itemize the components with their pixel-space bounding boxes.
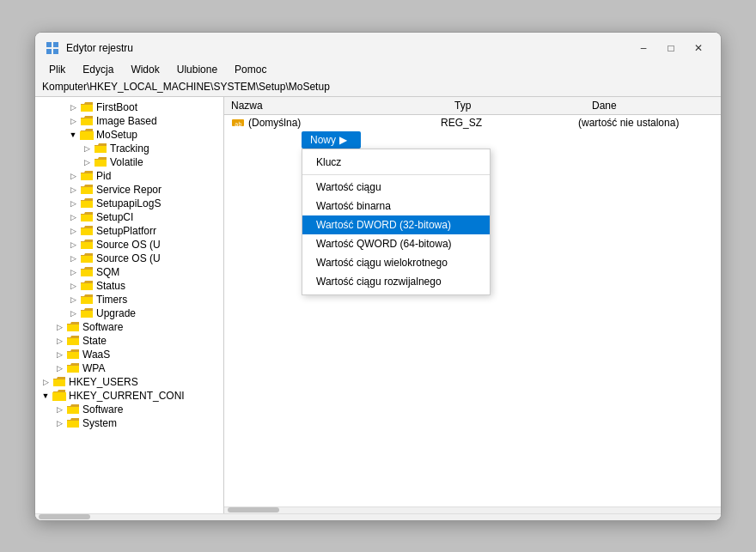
horizontal-scrollbar[interactable] [224, 507, 721, 513]
ctx-label-wartosc-ciagu: Wartość ciągu [316, 181, 381, 193]
sidebar-label-setupapilogs: SetupapiLogS [96, 197, 161, 209]
svg-rect-0 [46, 42, 52, 47]
ctx-item-wartosc-dword[interactable]: Wartość DWORD (32-bitowa) [302, 215, 490, 234]
expand-arrow: ▷ [80, 158, 94, 167]
sidebar-item-servicerepor[interactable]: ▷ Service Repor [35, 183, 223, 197]
ctx-item-klucz[interactable]: Klucz [302, 153, 490, 172]
bottom-scrollbar-thumb[interactable] [39, 514, 90, 519]
sidebar-label-timers: Timers [96, 294, 127, 306]
sidebar-item-imagebased[interactable]: ▷ Image Based [35, 114, 223, 128]
menu-item-pomoc[interactable]: Pomoc [228, 62, 273, 77]
expand-arrow: ▷ [66, 185, 80, 194]
new-button[interactable]: Nowy ▶ [302, 131, 361, 149]
sidebar-item-sourceos2[interactable]: ▷ Source OS (U [35, 252, 223, 265]
sidebar-item-state[interactable]: ▷ State [35, 334, 223, 348]
sidebar-item-hkcurrent-software[interactable]: ▷ Software [35, 403, 223, 416]
expand-arrow: ▷ [66, 268, 80, 276]
folder-icon [80, 294, 94, 306]
folder-icon [66, 349, 80, 361]
folder-icon [66, 417, 80, 429]
expand-arrow: ▷ [66, 227, 80, 235]
folder-icon [66, 335, 80, 347]
sidebar-item-software[interactable]: ▷ Software [35, 320, 223, 334]
folder-icon [80, 280, 94, 292]
ctx-item-wartosc-ciagu-wiel[interactable]: Wartość ciągu wielokrotnego [302, 253, 490, 272]
sidebar-item-firstboot[interactable]: ▷ FirstBoot [35, 100, 223, 114]
folder-icon [94, 143, 107, 155]
reg-sz-icon: ab [231, 117, 245, 129]
table-header: Nazwa Typ Dane [224, 97, 721, 115]
sidebar-item-sourceos1[interactable]: ▷ Source OS (U [35, 238, 223, 252]
sidebar-label-sqm: SQM [96, 266, 119, 278]
sidebar-label-sourceos2: Source OS (U [96, 252, 161, 264]
sidebar-item-timers[interactable]: ▷ Timers [35, 293, 223, 306]
folder-icon [80, 252, 94, 264]
ctx-item-wartosc-ciagu-rozw[interactable]: Wartość ciągu rozwijalnego [302, 272, 490, 291]
sidebar-item-hkeyusers[interactable]: ▷ HKEY_USERS [35, 375, 223, 389]
expand-arrow: ▷ [80, 144, 94, 153]
sidebar: ▷ FirstBoot ▷ Image Based ▼ MoS [35, 97, 224, 513]
sidebar-label-upgrade: Upgrade [96, 307, 136, 319]
sidebar-item-hkeycurrent[interactable]: ▼ HKEY_CURRENT_CONI [35, 389, 223, 403]
expand-arrow: ▷ [52, 323, 66, 331]
sidebar-item-upgrade[interactable]: ▷ Upgrade [35, 306, 223, 320]
folder-icon [80, 211, 94, 223]
menu-item-ulubione[interactable]: Ulubione [170, 62, 224, 77]
ctx-item-wartosc-qword[interactable]: Wartość QWORD (64-bitowa) [302, 234, 490, 253]
sidebar-label-status: Status [96, 280, 125, 292]
menu-item-widok[interactable]: Widok [124, 62, 166, 77]
ctx-label-wartosc-qword: Wartość QWORD (64-bitowa) [316, 238, 452, 250]
close-button[interactable]: ✕ [686, 39, 710, 57]
expand-arrow: ▷ [66, 213, 80, 221]
sidebar-item-tracking[interactable]: ▷ Tracking [35, 142, 223, 155]
expand-arrow: ▼ [66, 130, 80, 139]
maximize-button[interactable]: □ [659, 39, 683, 57]
sidebar-item-status[interactable]: ▷ Status [35, 279, 223, 293]
folder-icon [66, 403, 80, 416]
sidebar-label-servicerepor: Service Repor [96, 184, 162, 196]
menu-item-edycja[interactable]: Edycja [76, 62, 120, 77]
sidebar-label-hkcurrent-software: Software [82, 403, 123, 416]
svg-text:ab: ab [235, 121, 241, 128]
sidebar-label-firstboot: FirstBoot [96, 101, 137, 113]
sidebar-label-tracking: Tracking [110, 143, 149, 155]
row-name-label: (Domyślna) [248, 117, 301, 129]
ctx-item-wartosc-binarna[interactable]: Wartość binarna [302, 197, 490, 215]
folder-icon [80, 225, 94, 237]
expand-arrow: ▷ [66, 117, 80, 125]
address-text: Komputer\HKEY_LOCAL_MACHINE\SYSTEM\Setup… [42, 81, 330, 93]
ctx-item-wartosc-ciagu[interactable]: Wartość ciągu [302, 178, 490, 197]
regedit-icon [46, 41, 59, 55]
expand-arrow: ▷ [52, 364, 66, 373]
folder-icon [52, 376, 66, 388]
expand-arrow: ▷ [66, 240, 80, 249]
bottom-scrollbar[interactable] [35, 513, 721, 520]
sidebar-label-state: State [82, 335, 107, 347]
sidebar-label-volatile: Volatile [110, 156, 143, 168]
folder-icon [80, 307, 94, 319]
sidebar-item-waas[interactable]: ▷ WaaS [35, 348, 223, 361]
sidebar-item-sqm[interactable]: ▷ SQM [35, 265, 223, 279]
table-row[interactable]: ab (Domyślna) REG_SZ (wartość nie ustalo… [224, 115, 721, 130]
sidebar-label-setupplatforr: SetupPlatforr [96, 225, 156, 237]
sidebar-item-hkcurrent-system[interactable]: ▷ System [35, 416, 223, 430]
main-window: Edytor rejestru – □ ✕ Plik Edycja Widok … [34, 32, 722, 521]
sidebar-item-setupplatforr[interactable]: ▷ SetupPlatforr [35, 224, 223, 238]
sidebar-item-setupci[interactable]: ▷ SetupCI [35, 210, 223, 224]
expand-arrow: ▷ [66, 295, 80, 304]
svg-rect-1 [53, 42, 58, 47]
minimize-button[interactable]: – [631, 39, 655, 57]
sidebar-item-mosetup[interactable]: ▼ MoSetup [35, 128, 223, 142]
menu-item-plik[interactable]: Plik [42, 62, 72, 77]
sidebar-item-pid[interactable]: ▷ Pid [35, 169, 223, 183]
sidebar-item-wpa[interactable]: ▷ WPA [35, 361, 223, 375]
expand-arrow: ▷ [52, 419, 66, 428]
folder-icon [80, 266, 94, 278]
sidebar-item-volatile[interactable]: ▷ Volatile [35, 155, 223, 169]
folder-icon [80, 239, 94, 251]
col-header-type: Typ [454, 100, 592, 112]
sidebar-item-setupapilogs[interactable]: ▷ SetupapiLogS [35, 197, 223, 210]
scrollbar-thumb[interactable] [228, 507, 279, 513]
window-title: Edytor rejestru [66, 42, 133, 54]
folder-icon [80, 197, 94, 209]
